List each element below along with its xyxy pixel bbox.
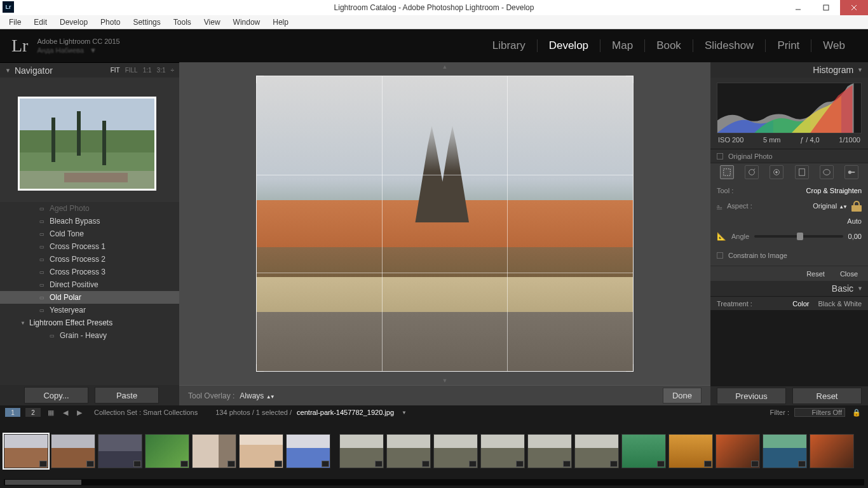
module-book[interactable]: Book — [645, 39, 693, 52]
filmstrip-thumb[interactable] — [239, 434, 283, 468]
filmstrip-thumb[interactable] — [810, 434, 854, 468]
navigator-preview[interactable] — [0, 78, 179, 202]
module-develop[interactable]: Develop — [538, 39, 600, 52]
preset-item[interactable]: Cross Process 2 — [0, 253, 179, 266]
copy-button[interactable]: Copy... — [24, 387, 88, 403]
maximize-button[interactable] — [812, 0, 840, 15]
redeye-tool-icon[interactable] — [770, 165, 783, 179]
treatment-bw[interactable]: Black & White — [818, 300, 862, 308]
filter-lock-icon[interactable]: 🔒 — [850, 409, 863, 417]
minimize-button[interactable] — [784, 0, 812, 15]
current-filename[interactable]: central-park-1457782_1920.jpg — [297, 409, 394, 416]
histogram-header[interactable]: Histogram ▼ — [710, 62, 868, 78]
filmstrip-thumb[interactable] — [668, 434, 713, 468]
filmstrip-thumb[interactable] — [192, 434, 236, 468]
spot-tool-icon[interactable] — [745, 165, 759, 179]
brush-tool-icon[interactable] — [844, 165, 858, 179]
basic-panel-header[interactable]: Basic ▼ — [710, 281, 868, 296]
menu-develop[interactable]: Develop — [53, 16, 94, 29]
preset-item[interactable]: Direct Positive — [0, 278, 179, 291]
filmstrip-thumb[interactable] — [51, 434, 95, 468]
module-library[interactable]: Library — [481, 39, 538, 52]
done-button[interactable]: Done — [663, 388, 702, 403]
filmstrip-thumb[interactable] — [480, 434, 525, 468]
module-web[interactable]: Web — [811, 39, 857, 52]
filter-dropdown[interactable]: Filters Off — [794, 408, 845, 417]
tool-close-button[interactable]: Close — [840, 270, 858, 278]
paste-button[interactable]: Paste — [95, 387, 159, 403]
reset-button[interactable]: Reset — [792, 388, 862, 404]
crop-handle-tr[interactable] — [626, 76, 634, 83]
preset-item[interactable]: Yesteryear — [0, 304, 179, 316]
menu-tools[interactable]: Tools — [167, 16, 198, 29]
tool-reset-button[interactable]: Reset — [806, 270, 825, 278]
menu-photo[interactable]: Photo — [94, 16, 126, 29]
angle-value[interactable]: 0,00 — [848, 233, 862, 240]
preset-item[interactable]: Cold Tone — [0, 227, 179, 240]
filmstrip-thumb[interactable] — [574, 434, 619, 468]
filmstrip-thumb[interactable] — [98, 434, 142, 468]
menu-file[interactable]: File — [3, 16, 27, 29]
radial-tool-icon[interactable] — [820, 165, 834, 179]
menu-help[interactable]: Help — [266, 16, 295, 29]
collection-source[interactable]: Collection Set : Smart Collections — [94, 409, 198, 416]
filmstrip-thumb[interactable] — [339, 434, 384, 468]
angle-slider[interactable] — [754, 235, 843, 238]
zoom-more-icon[interactable]: ÷ — [171, 67, 175, 74]
module-print[interactable]: Print — [766, 39, 811, 52]
angle-icon[interactable]: 📐 — [717, 232, 726, 241]
preset-item-selected[interactable]: Old Polar — [0, 291, 179, 304]
zoom-1to1[interactable]: 1:1 — [143, 67, 152, 74]
gradient-tool-icon[interactable] — [795, 165, 809, 179]
preset-item[interactable]: Bleach Bypass — [0, 215, 179, 227]
filmstrip-thumb[interactable] — [621, 434, 666, 468]
filmstrip-thumb[interactable] — [386, 434, 431, 468]
module-map[interactable]: Map — [600, 39, 645, 52]
previous-button[interactable]: Previous — [717, 388, 786, 404]
original-photo-toggle[interactable]: Original Photo — [710, 149, 868, 163]
preset-item[interactable]: Cross Process 1 — [0, 240, 179, 253]
filmstrip-scrollbar[interactable] — [4, 479, 864, 485]
crop-handle-br[interactable] — [626, 364, 634, 372]
prev-photo-icon[interactable]: ◀ — [61, 409, 70, 417]
preset-folder[interactable]: Lightroom Effect Presets — [0, 316, 179, 329]
menu-window[interactable]: Window — [227, 16, 267, 29]
next-photo-icon[interactable]: ▶ — [75, 409, 84, 417]
filmstrip-thumb[interactable] — [4, 434, 48, 468]
filmstrip[interactable] — [0, 419, 868, 479]
filmstrip-thumb[interactable] — [433, 434, 478, 468]
constrain-checkbox[interactable] — [717, 252, 723, 259]
second-window-switch[interactable]: 2 — [25, 408, 41, 417]
preset-item[interactable]: Cross Process 3 — [0, 266, 179, 278]
main-photo[interactable] — [257, 76, 633, 371]
zoom-3to1[interactable]: 3:1 — [157, 67, 166, 74]
filename-menu-icon[interactable]: ▼ — [402, 410, 407, 416]
main-window-switch[interactable]: 1 — [5, 408, 20, 417]
auto-button[interactable]: Auto — [847, 217, 862, 225]
filmstrip-thumb[interactable] — [527, 434, 572, 468]
aspect-icon[interactable]: ⎁ — [717, 201, 722, 211]
grid-view-icon[interactable]: ▦ — [46, 409, 56, 417]
navigator-header[interactable]: ▼ Navigator FIT FILL 1:1 3:1 ÷ — [0, 62, 179, 78]
menu-settings[interactable]: Settings — [126, 16, 166, 29]
lock-icon[interactable] — [851, 200, 862, 212]
close-button[interactable] — [840, 0, 868, 15]
crop-tool-icon[interactable] — [720, 165, 734, 179]
crop-handle-tl[interactable] — [256, 76, 264, 83]
collapse-bottom-icon[interactable]: ▼ — [442, 377, 448, 384]
preset-item[interactable]: Grain - Heavy — [0, 329, 179, 342]
menu-edit[interactable]: Edit — [27, 16, 53, 29]
zoom-fill[interactable]: FILL — [125, 67, 138, 74]
module-slideshow[interactable]: Slideshow — [693, 39, 766, 52]
preset-item[interactable]: Aged Photo — [0, 202, 179, 215]
filmstrip-thumb[interactable] — [286, 434, 330, 468]
menu-view[interactable]: View — [198, 16, 227, 29]
tooloverlay-value[interactable]: Always ▲▼ — [240, 391, 273, 400]
filmstrip-thumb[interactable] — [763, 434, 807, 468]
filmstrip-thumb[interactable] — [145, 434, 189, 468]
crop-handle-bl[interactable] — [256, 364, 264, 372]
treatment-color[interactable]: Color — [792, 300, 809, 308]
checkbox-icon[interactable] — [717, 153, 723, 159]
filmstrip-thumb[interactable] — [715, 434, 760, 468]
histogram-panel[interactable]: ISO 200 5 mm ƒ / 4,0 1/1000 — [710, 78, 868, 149]
